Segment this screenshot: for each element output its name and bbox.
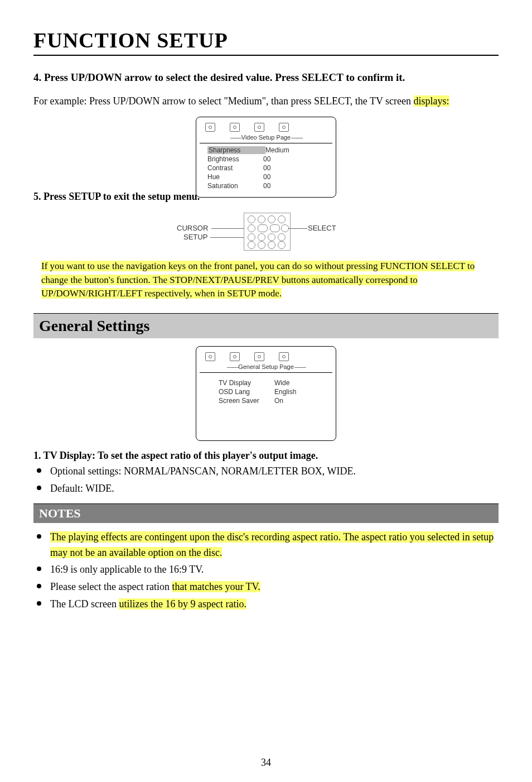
- tab-icon: [279, 123, 289, 132]
- notes-header: NOTES: [33, 503, 499, 523]
- example-text-line2-highlight: displays:: [414, 95, 449, 107]
- remote-label-cursor: CURSOR: [177, 224, 208, 232]
- tv-display-header-bold: 1. TV Display: [33, 450, 92, 461]
- page: FUNCTION SETUP 4. Press UP/DOWN arrow to…: [0, 0, 532, 782]
- osd-key: Brightness: [207, 155, 263, 163]
- tab-icon: [254, 123, 264, 132]
- note-3a: Please select the aspect ration: [50, 581, 172, 592]
- list-item: The LCD screen utilizes the 16 by 9 aspe…: [33, 597, 499, 612]
- notes-bullets: The playing effects are contingent upon …: [33, 530, 499, 612]
- osd-row: Contrast 00: [201, 164, 331, 172]
- osd-row: TV Display Wide: [212, 378, 331, 387]
- tv-display-bullets: Optional settings: NORMAL/PANSCAN, NORAM…: [33, 464, 499, 497]
- tab-icon: [279, 352, 289, 361]
- osd-label: Video Setup Page: [200, 133, 332, 142]
- tab-icon: [230, 123, 240, 132]
- list-item: 16:9 is only applicable to the 16:9 TV.: [33, 562, 499, 578]
- remote-label-setup: SETUP: [183, 233, 207, 241]
- osd-value: English: [274, 388, 296, 396]
- tab-icon: [230, 352, 240, 361]
- tab-icon: [254, 352, 264, 361]
- list-item: Default: WIDE.: [33, 481, 499, 497]
- step-4-header: 4. Press UP/DOWN arrow to select the des…: [33, 71, 499, 84]
- tv-display-header-rest: : To set the aspect ratio of this player…: [92, 450, 318, 461]
- osd-value: On: [274, 397, 283, 405]
- osd-value: Wide: [274, 379, 289, 387]
- page-title: FUNCTION SETUP: [33, 28, 499, 56]
- osd-row: Hue 00: [201, 172, 331, 181]
- osd-video-wrapper: Video Setup Page Sharpness Medium Bright…: [33, 117, 499, 198]
- remote-diagram: CURSOR SETUP SELECT: [177, 213, 355, 252]
- osd-key: Screen Saver: [219, 397, 274, 405]
- remote-keypad: [244, 213, 291, 251]
- osd-video-setup: Video Setup Page Sharpness Medium Bright…: [196, 117, 336, 198]
- osd-items: TV Display Wide OSD Lang English Screen …: [200, 373, 332, 409]
- navigation-tip: If you want to use the navigation keys o…: [41, 260, 494, 301]
- osd-value: 00: [263, 173, 270, 181]
- list-item: Please select the aspect ration that mat…: [33, 579, 499, 595]
- remote-diagram-wrap: CURSOR SETUP SELECT: [33, 213, 499, 252]
- osd-key: TV Display: [219, 379, 274, 387]
- osd-label: General Setup Page: [200, 362, 332, 371]
- osd-general-wrapper: General Setup Page TV Display Wide OSD L…: [33, 346, 499, 441]
- example-text-line1: For example: Press UP/DOWN arrow to sele…: [33, 95, 414, 107]
- osd-row: OSD Lang English: [212, 387, 331, 396]
- osd-key: OSD Lang: [219, 388, 274, 396]
- page-number: 34: [0, 757, 532, 769]
- osd-row: Sharpness Medium: [201, 146, 331, 155]
- note-1-highlight: The playing effects are contingent upon …: [50, 531, 494, 558]
- osd-row: Brightness 00: [201, 155, 331, 164]
- osd-value: Medium: [265, 146, 289, 154]
- tv-display-header: 1. TV Display: To set the aspect ratio o…: [33, 450, 499, 462]
- navigation-tip-highlight: If you want to use the navigation keys o…: [41, 261, 475, 299]
- tab-icon: [205, 123, 215, 132]
- general-settings-header: General Settings: [33, 313, 499, 338]
- example-text: For example: Press UP/DOWN arrow to sele…: [33, 94, 499, 109]
- osd-tab-icons: [200, 121, 332, 133]
- osd-value: 00: [263, 164, 270, 172]
- osd-key: Saturation: [207, 182, 263, 190]
- osd-value: 00: [263, 155, 270, 163]
- list-item: Optional settings: NORMAL/PANSCAN, NORAM…: [33, 464, 499, 479]
- remote-label-select: SELECT: [308, 224, 336, 232]
- osd-general-setup: General Setup Page TV Display Wide OSD L…: [196, 346, 336, 441]
- osd-value: 00: [263, 182, 270, 190]
- list-item: The playing effects are contingent upon …: [33, 530, 499, 561]
- osd-key: Hue: [207, 173, 263, 181]
- osd-tab-icons: [200, 350, 332, 362]
- osd-items: Sharpness Medium Brightness 00 Contrast …: [200, 143, 332, 194]
- note-4a: The LCD screen: [50, 598, 119, 610]
- note-3b-highlight: that matches your TV.: [172, 581, 260, 592]
- osd-key: Sharpness: [207, 146, 265, 154]
- osd-key: Contrast: [207, 164, 263, 172]
- note-4b-highlight: utilizes the 16 by 9 aspect ratio.: [119, 598, 246, 610]
- osd-row: Screen Saver On: [212, 396, 331, 405]
- osd-row: Saturation 00: [201, 181, 331, 190]
- tab-icon: [205, 352, 215, 361]
